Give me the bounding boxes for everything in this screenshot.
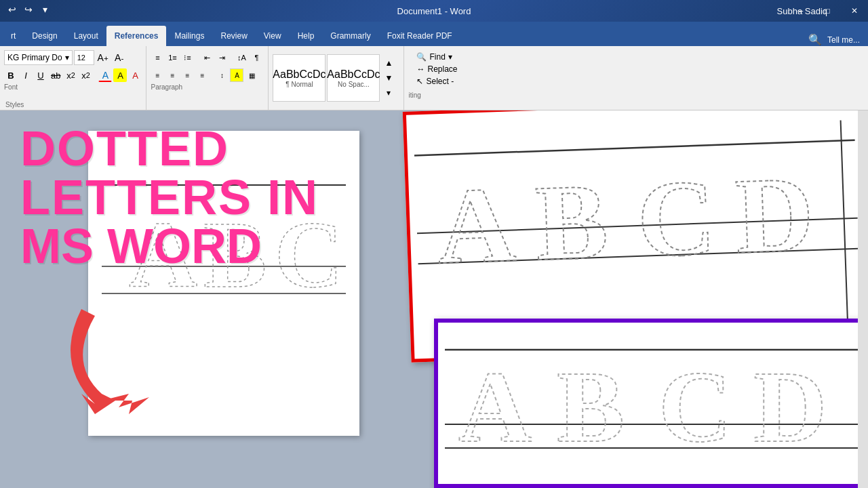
font-color-a-button[interactable]: A: [98, 68, 112, 82]
font-group-label: Font: [4, 83, 142, 91]
highlight-button[interactable]: A: [113, 68, 127, 82]
tutorial-title: DOTTED LETTERS IN MS WORD: [20, 124, 319, 270]
svg-text:A: A: [435, 163, 518, 287]
svg-text:D: D: [753, 350, 827, 463]
svg-text:D: D: [733, 153, 816, 277]
align-right-button[interactable]: ≡: [180, 68, 194, 82]
font-group: KG Primary Do ▾ 12 A+ A- B I U ab x2 x2 …: [0, 46, 146, 110]
tab-grammarly[interactable]: Grammarly: [322, 26, 378, 46]
find-button[interactable]: 🔍 Find ▾: [414, 51, 460, 63]
select-button[interactable]: ↖ Select -: [414, 75, 460, 87]
editing-group-label: iting: [408, 92, 465, 99]
worksheet-purple: A B C D: [434, 319, 868, 488]
styles-group-label: Styles: [5, 101, 24, 108]
arrow-svg: [41, 296, 176, 431]
paragraph-group: ≡ 1≡ ⁝≡ ⇤ ⇥ ↕A ¶ ≡ ≡ ≡ ≡ ↕ A ▦ Paragraph: [146, 46, 269, 110]
line-spacing-button[interactable]: ↕: [215, 68, 229, 82]
tutorial-line3: MS WORD: [20, 222, 319, 270]
border-button[interactable]: ▦: [245, 68, 258, 82]
purple-worksheet-letters: A B C D: [452, 329, 868, 479]
ribbon-content: KG Primary Do ▾ 12 A+ A- B I U ab x2 x2 …: [0, 46, 868, 110]
style-normal-card[interactable]: AaBbCcDc ¶ Normal: [273, 54, 326, 102]
arrow-pointer: [41, 296, 176, 434]
styles-scroll-down[interactable]: ▼: [381, 70, 396, 85]
svg-text:C: C: [635, 157, 717, 280]
font-name-box[interactable]: KG Primary Do ▾: [4, 50, 73, 65]
subscript-button[interactable]: x2: [64, 68, 77, 82]
bullets-button[interactable]: ≡: [151, 51, 164, 64]
close-button[interactable]: ✕: [841, 0, 868, 22]
align-center-button[interactable]: ≡: [165, 68, 179, 82]
scrollbar[interactable]: [858, 110, 868, 488]
tell-me-label[interactable]: Tell me...: [827, 35, 860, 45]
increase-font-btn[interactable]: A+: [96, 50, 111, 65]
find-replace-section: 🔍 Find ▾ ↔ Replace ↖ Select -: [408, 48, 465, 90]
paragraph-group-label: Paragraph: [151, 83, 264, 91]
strikethrough-button[interactable]: ab: [49, 68, 62, 82]
increase-indent-button[interactable]: ⇥: [215, 51, 229, 64]
right-panel: A B C D A B C D: [420, 110, 868, 488]
tab-references[interactable]: References: [106, 26, 167, 46]
minimize-button[interactable]: ─: [787, 0, 814, 22]
styles-group: AaBbCcDc ¶ Normal AaBbCcDc No Spac... ▲ …: [269, 46, 404, 110]
tab-file[interactable]: rt: [3, 26, 24, 46]
red-worksheet-letters: A B C D: [420, 113, 862, 352]
italic-button[interactable]: I: [19, 68, 33, 82]
underline-button[interactable]: U: [34, 68, 47, 82]
window-title: Document1 - Word: [397, 6, 471, 16]
show-paragraph-button[interactable]: ¶: [250, 51, 263, 64]
tab-help[interactable]: Help: [290, 26, 323, 46]
maximize-button[interactable]: □: [814, 0, 841, 22]
font-size-box[interactable]: 12: [74, 50, 94, 65]
font-color-button[interactable]: A: [128, 68, 142, 82]
style-nospace-card[interactable]: AaBbCcDc No Spac...: [327, 54, 380, 102]
tab-view[interactable]: View: [256, 26, 290, 46]
tab-foxit[interactable]: Foxit Reader PDF: [379, 26, 460, 46]
decrease-indent-button[interactable]: ⇤: [200, 51, 214, 64]
redo-icon[interactable]: ↪: [22, 3, 35, 16]
svg-text:C: C: [658, 350, 732, 463]
search-icon[interactable]: 🔍: [808, 33, 822, 46]
sort-button[interactable]: ↕A: [235, 51, 248, 64]
undo-icon[interactable]: ↩: [5, 3, 19, 16]
document-preview: DOTTED LETTERS IN MS WORD A: [0, 110, 420, 488]
replace-button[interactable]: ↔ Replace: [414, 63, 460, 75]
svg-text:A: A: [458, 350, 532, 463]
svg-text:B: B: [533, 161, 610, 284]
styles-expand[interactable]: ▾: [381, 85, 396, 100]
editing-group: 🔍 Find ▾ ↔ Replace ↖ Select - iting: [404, 46, 469, 110]
ribbon-tab-bar: rt Design Layout References Mailings Rev…: [0, 22, 868, 46]
tutorial-line1: DOTTED: [20, 124, 319, 173]
tab-review[interactable]: Review: [212, 26, 255, 46]
binoculars-icon: 🔍: [416, 52, 427, 62]
styles-scroll-up[interactable]: ▲: [381, 56, 396, 70]
main-content: DOTTED LETTERS IN MS WORD A: [0, 110, 868, 488]
shading-button[interactable]: A: [230, 68, 243, 82]
replace-icon: ↔: [416, 64, 425, 74]
align-left-button[interactable]: ≡: [151, 68, 164, 82]
multilevel-button[interactable]: ⁝≡: [180, 51, 194, 64]
superscript-button[interactable]: x2: [79, 68, 92, 82]
justify-button[interactable]: ≡: [195, 68, 209, 82]
quick-access-toolbar[interactable]: ↩ ↪ ▾: [5, 3, 52, 16]
tab-mailings[interactable]: Mailings: [166, 26, 212, 46]
window-controls[interactable]: ─ □ ✕: [787, 0, 868, 22]
quick-access-more-icon[interactable]: ▾: [38, 3, 52, 16]
svg-text:B: B: [557, 350, 625, 463]
numbering-button[interactable]: 1≡: [165, 51, 179, 64]
tab-layout[interactable]: Layout: [66, 26, 106, 46]
decrease-font-btn[interactable]: A-: [112, 50, 127, 65]
title-bar: ↩ ↪ ▾ Document1 - Word Subha Sadiq ─ □ ✕: [0, 0, 868, 22]
cursor-icon: ↖: [416, 77, 423, 86]
tab-design[interactable]: Design: [24, 26, 65, 46]
tutorial-line2: LETTERS IN: [20, 173, 319, 222]
bold-button[interactable]: B: [4, 68, 18, 82]
